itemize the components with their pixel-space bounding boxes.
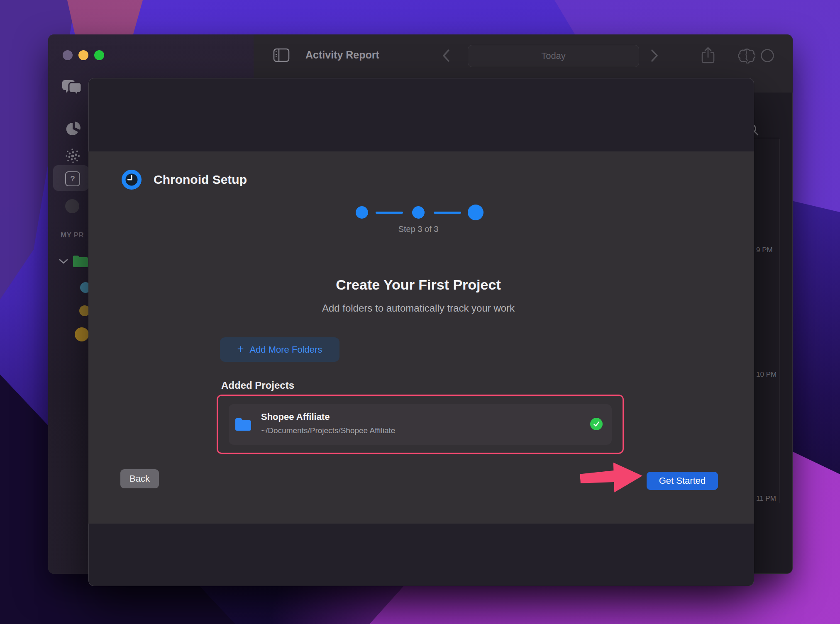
step-connector (434, 212, 461, 214)
project-color-dot-gold[interactable] (75, 327, 89, 341)
window-minimize-button[interactable] (78, 50, 88, 60)
timeline-time: 10 PM (756, 370, 777, 379)
page-title: Activity Report (305, 49, 379, 61)
step-dot-3-active (468, 205, 483, 220)
setup-dialog: Chronoid Setup Step 3 of 3 Create Your F… (88, 78, 754, 586)
step-dot-2 (412, 206, 425, 219)
chronoid-clock-logo-icon (122, 170, 142, 190)
get-started-button[interactable]: Get Started (647, 472, 718, 490)
add-more-folders-label: Add More Folders (249, 344, 322, 355)
help-icon[interactable]: ? (65, 171, 80, 186)
timeline-axis (779, 139, 780, 503)
step-dot-1 (356, 206, 368, 219)
nav-next-button[interactable] (651, 49, 658, 62)
setup-heading: Create Your First Project (88, 277, 748, 293)
timeline-time: 9 PM (756, 246, 773, 254)
step-connector (376, 212, 403, 214)
folder-icon-green[interactable] (72, 255, 89, 268)
date-range-selector[interactable]: Today (468, 45, 639, 67)
status-circle-icon[interactable] (760, 49, 774, 63)
window-zoom-button[interactable] (94, 50, 104, 60)
plus-icon: + (237, 343, 244, 356)
share-icon[interactable] (701, 46, 715, 64)
pie-chart-icon[interactable] (66, 121, 81, 136)
annotation-highlight-box (217, 395, 624, 454)
nav-previous-button[interactable] (442, 49, 450, 62)
chat-bubbles-icon[interactable] (61, 80, 82, 98)
add-more-folders-button[interactable]: + Add More Folders (220, 337, 339, 362)
chevron-down-icon[interactable] (59, 258, 68, 264)
sidebar-toggle-button[interactable] (273, 48, 290, 62)
avatar[interactable] (65, 199, 79, 213)
desktop: ? MY PR Activity Report To (0, 0, 840, 624)
timeline-time: 11 PM (756, 495, 776, 503)
search-underline (754, 138, 779, 138)
added-projects-label: Added Projects (221, 380, 294, 391)
back-button[interactable]: Back (120, 469, 159, 488)
dialog-title: Chronoid Setup (154, 173, 247, 187)
window-close-button[interactable] (63, 50, 73, 60)
brain-icon[interactable] (737, 47, 755, 63)
step-label: Step 3 of 3 (88, 224, 748, 234)
sidebar-section-label: MY PR (61, 231, 84, 239)
setup-subheading: Add folders to automatically track your … (88, 302, 748, 314)
dots-cluster-icon[interactable] (64, 148, 81, 164)
